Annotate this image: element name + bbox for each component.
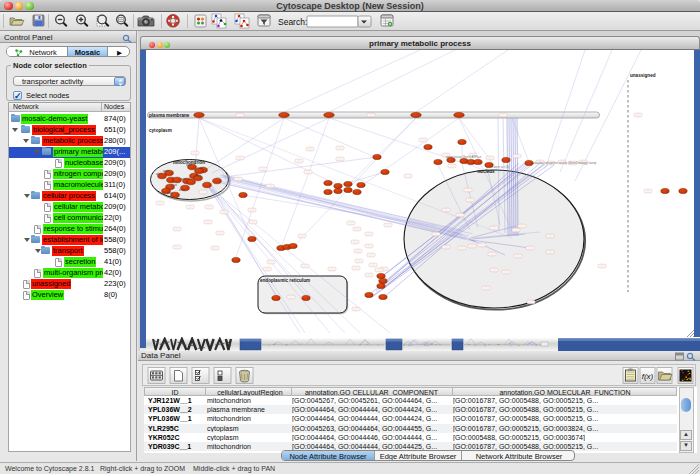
svg-text:endoplasmic reticulum: endoplasmic reticulum bbox=[260, 278, 310, 283]
svg-text:carrier act (G): carrier act (G) bbox=[492, 165, 509, 169]
svg-text:vacuolar transporter activity: vacuolar transporter activity (GeneOntol… bbox=[533, 161, 597, 165]
svg-text:cytoplasm: cytoplasm bbox=[149, 128, 172, 133]
svg-text:nucleus: nucleus bbox=[477, 169, 495, 174]
svg-text:plasma membrane: plasma membrane bbox=[149, 113, 190, 118]
svg-text:unassigned: unassigned bbox=[630, 73, 656, 78]
svg-text:Search:: Search: bbox=[278, 17, 307, 27]
svg-text:mitochondrion: mitochondrion bbox=[173, 160, 205, 165]
svg-text:f(x): f(x) bbox=[642, 372, 654, 381]
